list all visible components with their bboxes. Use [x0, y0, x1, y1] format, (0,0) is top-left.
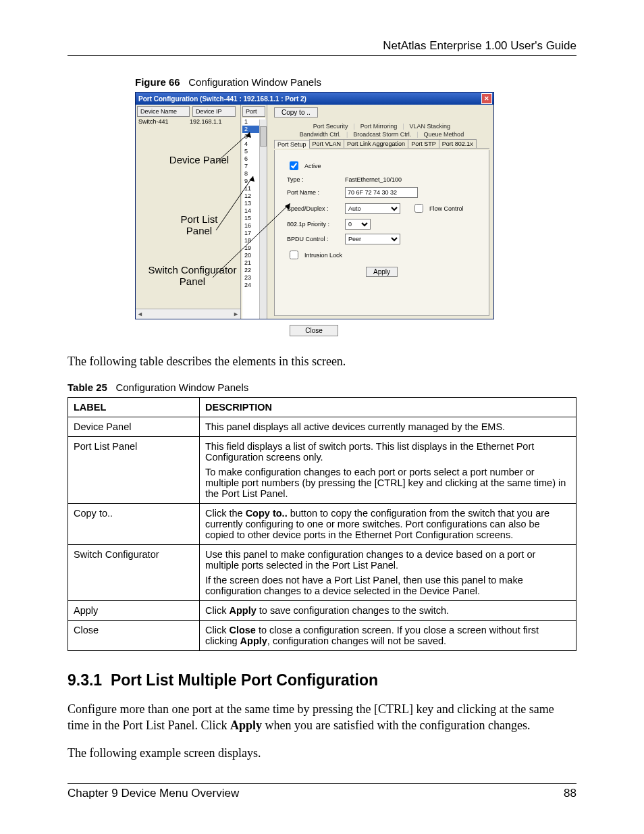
- copy-to-button[interactable]: Copy to ..: [274, 107, 318, 118]
- cell-label: Copy to..: [68, 504, 200, 545]
- cell-label: Switch Configurator: [68, 545, 200, 601]
- cell-desc: Use this panel to make configuration cha…: [200, 545, 576, 601]
- para-portlist-config: Configure more than one port at the same…: [68, 702, 576, 733]
- type-value: FastEthernet_10/100: [345, 176, 402, 183]
- tab-bandwidth[interactable]: Bandwidth Ctrl.: [300, 131, 341, 138]
- priority-select[interactable]: 0: [345, 219, 371, 230]
- cell-desc: Click Apply to save configuration change…: [200, 601, 576, 621]
- device-col-name[interactable]: Device Name: [137, 106, 190, 117]
- cell-label: Close: [68, 621, 200, 651]
- tab-port-vlan[interactable]: Port VLAN: [309, 139, 345, 148]
- portname-label: Port Name :: [287, 189, 341, 196]
- device-row[interactable]: Switch-441 192.168.1.1: [136, 118, 240, 125]
- priority-label: 802.1p Priority :: [287, 221, 341, 228]
- tab-port-security[interactable]: Port Security: [313, 123, 348, 130]
- flowctrl-label: Flow Control: [429, 205, 464, 212]
- figure-caption-label: Figure 66: [135, 76, 180, 88]
- flowctrl-checkbox[interactable]: [414, 204, 423, 213]
- tab-broadcast-storm[interactable]: Broadcast Storm Ctrl.: [353, 131, 411, 138]
- speed-label: Speed/Duplex :: [287, 205, 341, 212]
- footer-rule: [68, 783, 576, 784]
- type-label: Type :: [287, 176, 341, 183]
- tab-row-sub: Port Setup Port VLAN Port Link Aggregati…: [274, 139, 489, 149]
- device-col-ip[interactable]: Device IP: [192, 106, 236, 117]
- header-rule: [68, 55, 576, 56]
- th-desc: DESCRIPTION: [200, 398, 576, 417]
- tab-row-top: Port Security | Port Mirroring | VLAN St…: [274, 123, 489, 130]
- section-title: Port List Multiple Port Configuration: [111, 671, 378, 689]
- tab-port-setup[interactable]: Port Setup: [274, 140, 310, 149]
- cell-desc: Click Close to close a configuration scr…: [200, 621, 576, 651]
- table-caption-label: Table 25: [68, 382, 107, 393]
- para-table-intro: The following table describes the elemen…: [68, 354, 576, 369]
- bpdu-select[interactable]: Peer: [345, 234, 400, 244]
- scroll-right-icon[interactable]: ►: [233, 311, 239, 317]
- table-row: Port List PanelThis field displays a lis…: [68, 437, 576, 504]
- cell-label: Port List Panel: [68, 437, 200, 504]
- running-header: NetAtlas Enterprise 1.00 User's Guide: [68, 39, 576, 53]
- tab-queue-method[interactable]: Queue Method: [424, 131, 464, 138]
- portname-input[interactable]: [345, 187, 418, 198]
- table-row: ApplyClick Apply to save configuration c…: [68, 601, 576, 621]
- cell-desc: This panel displays all active devices c…: [200, 417, 576, 437]
- tab-row-mid: Bandwidth Ctrl. | Broadcast Storm Ctrl. …: [274, 131, 489, 138]
- cell-label: Device Panel: [68, 417, 200, 437]
- cell-desc: This field displays a list of switch por…: [200, 437, 576, 504]
- apply-button[interactable]: Apply: [366, 267, 398, 277]
- table-row: Device PanelThis panel displays all acti…: [68, 417, 576, 437]
- th-label: LABEL: [68, 398, 200, 417]
- dialog-title: Port Configuration (Switch-441 : 192.168…: [138, 95, 306, 103]
- description-table: LABEL DESCRIPTION Device PanelThis panel…: [68, 397, 576, 651]
- device-scrollbar[interactable]: ◄ ►: [136, 309, 240, 319]
- scroll-thumb[interactable]: [260, 126, 267, 147]
- table-caption-text: Configuration Window Panels: [115, 382, 248, 393]
- anno-port-list-panel: Port ListPanel: [165, 213, 233, 237]
- port-setup-form: Active Type : FastEthernet_10/100 Port N…: [274, 150, 489, 316]
- footer-chapter: Chapter 9 Device Menu Overview: [68, 787, 239, 800]
- tab-port-mirroring[interactable]: Port Mirroring: [360, 123, 398, 130]
- para-example-intro: The following example screen displays.: [68, 746, 576, 761]
- close-icon[interactable]: ✕: [481, 93, 492, 104]
- port-col-header[interactable]: Port: [242, 106, 265, 117]
- tab-port-8021x[interactable]: Port 802.1x: [439, 139, 477, 148]
- cell-label: Apply: [68, 601, 200, 621]
- table-row: CloseClick Close to close a configuratio…: [68, 621, 576, 651]
- section-number: 9.3.1: [68, 671, 102, 689]
- active-label: Active: [304, 163, 321, 170]
- device-row-ip: 192.168.1.1: [190, 118, 230, 125]
- tab-port-link-agg[interactable]: Port Link Aggregation: [344, 139, 408, 148]
- table-row: Copy to..Click the Copy to.. button to c…: [68, 504, 576, 545]
- figure-caption-text: Configuration Window Panels: [188, 76, 321, 88]
- tab-port-stp[interactable]: Port STP: [408, 139, 439, 148]
- anno-device-panel: Device Panel: [155, 154, 243, 165]
- footer-page: 88: [564, 787, 576, 800]
- device-row-name: Switch-441: [138, 118, 190, 125]
- tab-vlan-stacking[interactable]: VLAN Stacking: [410, 123, 451, 130]
- port-scrollbar[interactable]: [259, 120, 267, 319]
- intrusion-checkbox[interactable]: [290, 251, 298, 259]
- section-heading: 9.3.1 Port List Multiple Port Configurat…: [68, 671, 576, 689]
- anno-switch-configurator: Switch ConfiguratorPanel: [135, 264, 250, 288]
- scroll-left-icon[interactable]: ◄: [137, 311, 143, 317]
- cell-desc: Click the Copy to.. button to copy the c…: [200, 504, 576, 545]
- intrusion-label: Intrusion Lock: [304, 252, 342, 259]
- figure-caption: Figure 66 Configuration Window Panels: [135, 76, 576, 88]
- table-caption: Table 25 Configuration Window Panels: [68, 382, 576, 393]
- active-checkbox[interactable]: [290, 161, 298, 170]
- close-button[interactable]: Close: [290, 325, 338, 336]
- dialog-titlebar: Port Configuration (Switch-441 : 192.168…: [136, 93, 493, 105]
- bpdu-label: BPDU Control :: [287, 236, 341, 242]
- switch-configurator-panel: Copy to .. Port Security | Port Mirrorin…: [267, 105, 493, 319]
- speed-select[interactable]: Auto: [345, 203, 400, 214]
- table-row: Switch ConfiguratorUse this panel to mak…: [68, 545, 576, 601]
